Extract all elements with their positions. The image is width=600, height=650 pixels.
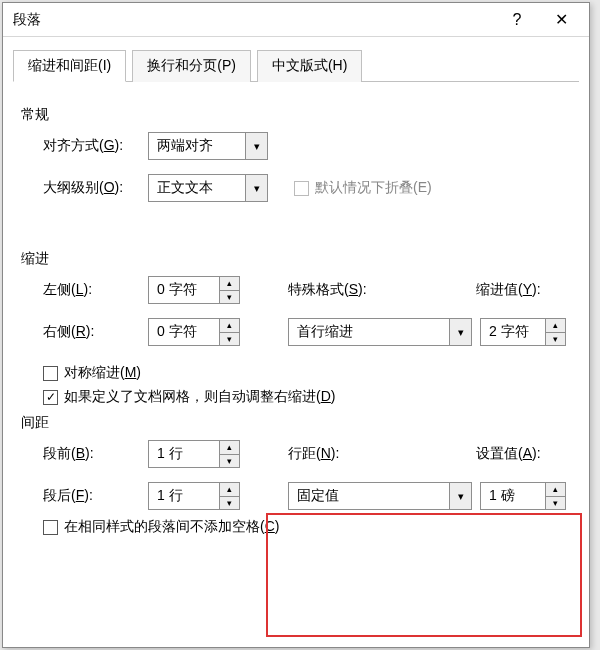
close-button[interactable]: ✕ bbox=[539, 6, 583, 34]
titlebar: 段落 ? ✕ bbox=[3, 3, 589, 37]
no-space-checkbox[interactable]: 在相同样式的段落间不添加空格(C) bbox=[43, 518, 279, 536]
tab-cjk[interactable]: 中文版式(H) bbox=[257, 50, 362, 82]
section-spacing: 间距 bbox=[21, 414, 569, 432]
grid-adjust-label: 如果定义了文档网格，则自动调整右缩进(D) bbox=[64, 388, 335, 406]
spinner-up-icon[interactable]: ▴ bbox=[220, 441, 239, 455]
left-indent-label: 左侧(L): bbox=[43, 281, 148, 299]
collapse-checkbox: 默认情况下折叠(E) bbox=[294, 179, 432, 197]
mirror-indent-checkbox[interactable]: 对称缩进(M) bbox=[43, 364, 141, 382]
spinner-down-icon[interactable]: ▾ bbox=[220, 333, 239, 346]
section-general: 常规 bbox=[21, 106, 569, 124]
tab-line-breaks[interactable]: 换行和分页(P) bbox=[132, 50, 251, 82]
help-button[interactable]: ? bbox=[495, 6, 539, 34]
section-indent: 缩进 bbox=[21, 250, 569, 268]
special-combo[interactable]: 首行缩进 ▾ bbox=[288, 318, 472, 346]
align-label: 对齐方式(G): bbox=[43, 137, 148, 155]
checkbox-box-icon bbox=[294, 181, 309, 196]
before-label: 段前(B): bbox=[43, 445, 148, 463]
after-spinner[interactable]: 1 行 ▴▾ bbox=[148, 482, 240, 510]
at-spinner[interactable]: 1 磅 ▴▾ bbox=[480, 482, 566, 510]
chevron-down-icon[interactable]: ▾ bbox=[449, 483, 471, 509]
tab-indent-spacing[interactable]: 缩进和间距(I) bbox=[13, 50, 126, 82]
tab-strip: 缩进和间距(I) 换行和分页(P) 中文版式(H) bbox=[13, 49, 579, 82]
mirror-indent-label: 对称缩进(M) bbox=[64, 364, 141, 382]
spinner-down-icon[interactable]: ▾ bbox=[546, 497, 565, 510]
spinner-down-icon[interactable]: ▾ bbox=[220, 497, 239, 510]
right-indent-label: 右侧(R): bbox=[43, 323, 148, 341]
left-indent-spinner[interactable]: 0 字符 ▴▾ bbox=[148, 276, 240, 304]
checkbox-box-icon bbox=[43, 520, 58, 535]
spinner-up-icon[interactable]: ▴ bbox=[546, 319, 565, 333]
special-label: 特殊格式(S): bbox=[288, 281, 412, 299]
spinner-down-icon[interactable]: ▾ bbox=[220, 455, 239, 468]
spinner-down-icon[interactable]: ▾ bbox=[220, 291, 239, 304]
spinner-up-icon[interactable]: ▴ bbox=[220, 277, 239, 291]
line-spacing-combo[interactable]: 固定值 ▾ bbox=[288, 482, 472, 510]
chevron-down-icon[interactable]: ▾ bbox=[245, 175, 267, 201]
spinner-up-icon[interactable]: ▴ bbox=[220, 483, 239, 497]
right-indent-spinner[interactable]: 0 字符 ▴▾ bbox=[148, 318, 240, 346]
spinner-down-icon[interactable]: ▾ bbox=[546, 333, 565, 346]
outline-label: 大纲级别(O): bbox=[43, 179, 148, 197]
checkbox-box-icon bbox=[43, 366, 58, 381]
checkbox-box-icon bbox=[43, 390, 58, 405]
spinner-up-icon[interactable]: ▴ bbox=[220, 319, 239, 333]
dialog-title: 段落 bbox=[13, 11, 495, 29]
paragraph-dialog: 段落 ? ✕ 缩进和间距(I) 换行和分页(P) 中文版式(H) 常规 对齐方式… bbox=[2, 2, 590, 648]
align-combo[interactable]: 两端对齐 ▾ bbox=[148, 132, 268, 160]
no-space-label: 在相同样式的段落间不添加空格(C) bbox=[64, 518, 279, 536]
before-spinner[interactable]: 1 行 ▴▾ bbox=[148, 440, 240, 468]
grid-adjust-checkbox[interactable]: 如果定义了文档网格，则自动调整右缩进(D) bbox=[43, 388, 335, 406]
by-spinner[interactable]: 2 字符 ▴▾ bbox=[480, 318, 566, 346]
line-spacing-label: 行距(N): bbox=[288, 445, 412, 463]
chevron-down-icon[interactable]: ▾ bbox=[245, 133, 267, 159]
by-label: 缩进值(Y): bbox=[476, 281, 541, 299]
chevron-down-icon[interactable]: ▾ bbox=[449, 319, 471, 345]
spinner-up-icon[interactable]: ▴ bbox=[546, 483, 565, 497]
after-label: 段后(F): bbox=[43, 487, 148, 505]
outline-combo[interactable]: 正文文本 ▾ bbox=[148, 174, 268, 202]
at-label: 设置值(A): bbox=[476, 445, 541, 463]
